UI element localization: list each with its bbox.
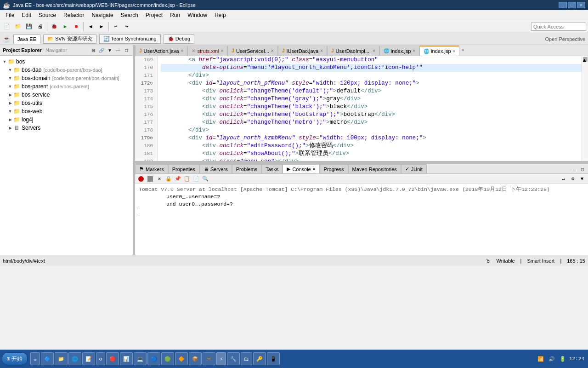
console-paste-button[interactable]: 📄 <box>192 175 200 183</box>
stop-button[interactable]: ■ <box>71 22 81 32</box>
tab-servers-bottom[interactable]: 🖥 Servers <box>199 164 232 173</box>
link-editor-button[interactable]: 🔗 <box>98 46 105 54</box>
tab-userservice-close[interactable]: × <box>271 48 274 53</box>
console-word-wrap-button[interactable]: ↵ <box>560 175 568 183</box>
taskbar-eclipse[interactable]: ☕ <box>30 352 40 365</box>
tab-index1-close[interactable]: × <box>413 48 415 53</box>
console-menu-button[interactable]: ▼ <box>578 175 586 183</box>
tab-index1[interactable]: 🌐 index.jsp × <box>379 46 419 56</box>
volume-icon[interactable]: 🔊 <box>547 354 556 363</box>
tree-item-bos-dao[interactable]: ▼ 📁 bos-dao [code/bos-parent/bos-dao] <box>0 66 133 74</box>
console-filter-button[interactable]: 🔍 <box>201 175 209 183</box>
tree-item-bos-web[interactable]: ▼ 📁 bos-web <box>0 107 133 115</box>
taskbar-item-3[interactable]: 📁 <box>55 352 68 365</box>
tab-userdaoimpl-close[interactable]: × <box>373 48 375 53</box>
menu-navigate[interactable]: Navigate <box>88 10 117 20</box>
sidebar-menu-button[interactable]: ▼ <box>106 46 113 54</box>
start-button[interactable]: ⊞ 开始 <box>2 352 28 365</box>
taskbar-item-12[interactable]: 🔶 <box>175 352 188 365</box>
tree-item-bos[interactable]: ▼ 📁 bos <box>0 58 133 66</box>
vertical-scrollbar[interactable]: ▲ ▼ <box>582 56 588 161</box>
console-pin-button[interactable]: 📌 <box>174 175 182 183</box>
tab-properties[interactable]: Properties <box>168 164 199 173</box>
perspective-javaee[interactable]: Java EE <box>13 34 40 44</box>
menu-source[interactable]: Source <box>35 10 60 20</box>
battery-icon[interactable]: 🔋 <box>558 354 567 363</box>
menu-file[interactable]: File <box>2 10 18 20</box>
taskbar-item-19[interactable]: 📱 <box>267 352 280 365</box>
maximize-bottom-button[interactable]: □ <box>579 166 586 173</box>
tree-item-log4j[interactable]: ▶ 📁 log4j <box>0 115 133 124</box>
taskbar-item-7[interactable]: 🔴 <box>106 352 119 365</box>
tab-iuserdao-close[interactable]: × <box>320 48 323 53</box>
tab-index2[interactable]: 🌐 index.jsp × <box>419 46 459 56</box>
perspective-debug[interactable]: 🐞 Debug <box>164 34 194 44</box>
console-scroll-lock-button[interactable]: 🔒 <box>164 175 173 183</box>
tab-markers[interactable]: ⚑ Markers <box>135 164 168 173</box>
menu-edit[interactable]: Edit <box>18 10 35 20</box>
console-stop-button[interactable] <box>137 175 145 183</box>
tab-index2-close[interactable]: × <box>453 49 456 54</box>
menu-help[interactable]: Help <box>211 10 230 20</box>
print-button[interactable]: 🖨 <box>35 22 45 32</box>
tab-struts[interactable]: ✕ struts.xml × <box>187 46 227 56</box>
console-settings-button[interactable]: ⚙ <box>569 175 577 183</box>
menu-search[interactable]: Search <box>117 10 142 20</box>
taskbar-item-2[interactable]: 🔷 <box>41 352 54 365</box>
collapse-all-button[interactable]: ⊟ <box>90 46 97 54</box>
tab-tasks[interactable]: Tasks <box>261 164 283 173</box>
next-button[interactable]: ▶ <box>96 22 107 32</box>
tab-progress[interactable]: Progress <box>320 164 348 173</box>
menu-refactor[interactable]: Refactor <box>60 10 88 20</box>
menu-window[interactable]: Window <box>184 10 211 20</box>
tab-maven[interactable]: Maven Repositories <box>348 164 401 173</box>
taskbar-active-item[interactable]: ⚡ <box>216 352 226 365</box>
console-copy-button[interactable]: 📋 <box>183 175 191 183</box>
minimize-bottom-button[interactable]: — <box>571 166 578 173</box>
tab-userdaoimpl[interactable]: J UserDaoImpl.... × <box>327 46 379 56</box>
tree-item-bos-service[interactable]: ▶ 📁 bos-service <box>0 91 133 99</box>
tree-item-servers[interactable]: ▶ 🖥 Servers <box>0 124 133 132</box>
undo-button[interactable]: ↩ <box>111 22 121 32</box>
taskbar-item-5[interactable]: 📝 <box>82 352 95 365</box>
taskbar-item-11[interactable]: 🟢 <box>161 352 174 365</box>
taskbar-item-14[interactable]: 🎮 <box>203 352 215 365</box>
tab-iuserdao[interactable]: J IUserDao.java × <box>278 46 327 56</box>
run-button[interactable]: ▶ <box>60 22 70 32</box>
tree-item-bos-utils[interactable]: ▶ 📁 bos-utils <box>0 99 133 107</box>
menu-run[interactable]: Run <box>166 10 184 20</box>
tree-item-bos-domain[interactable]: ▼ 📁 bos-domain [code/bos-parent/bos-doma… <box>0 74 133 82</box>
save-button[interactable]: 💾 <box>24 22 34 32</box>
restore-button[interactable]: □ <box>568 2 576 8</box>
navigator-tab[interactable]: Navigator <box>45 47 67 53</box>
debug-button[interactable]: 🐞 <box>49 22 59 32</box>
taskbar-item-16[interactable]: 🔧 <box>227 352 240 365</box>
console-content[interactable]: Tomcat v7.0 Server at localhost [Apache … <box>135 184 588 255</box>
perspective-team[interactable]: 🔄 Team Synchronizing <box>99 34 161 44</box>
tab-struts-close[interactable]: × <box>221 48 224 53</box>
perspective-svn[interactable]: 📂 SVN 资源库研究 <box>43 34 96 44</box>
taskbar-item-10[interactable]: 🔵 <box>147 352 160 365</box>
tab-console[interactable]: ▶ Console × <box>283 164 319 173</box>
new-button[interactable]: 📄 <box>2 22 12 32</box>
console-disconnect-button[interactable] <box>146 175 154 183</box>
code-editor[interactable]: 169 170 171 172⊖ 173 174 175 176 177 178… <box>135 56 588 161</box>
tab-useraction-close[interactable]: × <box>181 48 184 53</box>
network-icon[interactable]: 📶 <box>536 354 545 363</box>
tab-userservice[interactable]: J UserServiceI... × <box>227 46 278 56</box>
tab-useraction[interactable]: J UserAction.java × <box>135 46 187 56</box>
taskbar-item-8[interactable]: 📊 <box>120 352 133 365</box>
taskbar-item-6[interactable]: ⚙ <box>96 352 106 365</box>
tree-item-bos-parent[interactable]: ▼ 📁 bos-parent [code/bos-parent] <box>0 82 133 91</box>
minimize-button[interactable]: _ <box>559 2 567 8</box>
open-button[interactable]: 📁 <box>13 22 23 32</box>
taskbar-item-18[interactable]: 🔑 <box>253 352 266 365</box>
prev-button[interactable]: ◀ <box>85 22 96 32</box>
maximize-sidebar-button[interactable]: □ <box>123 46 130 54</box>
taskbar-item-17[interactable]: 🗂 <box>241 352 252 365</box>
minimize-sidebar-button[interactable]: — <box>114 46 122 54</box>
menu-project[interactable]: Project <box>142 10 166 20</box>
console-clear-button[interactable]: ✕ <box>155 175 164 183</box>
taskbar-item-9[interactable]: 💻 <box>134 352 147 365</box>
quick-access-input[interactable] <box>531 23 586 31</box>
